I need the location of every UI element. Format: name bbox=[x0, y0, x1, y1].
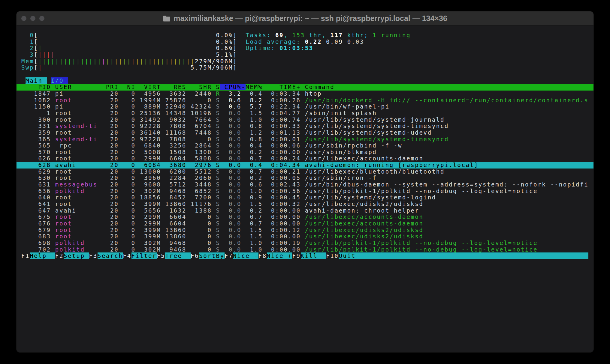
column-header-virt[interactable]: VIRT bbox=[136, 84, 161, 90]
fkey-f9[interactable]: F9 bbox=[292, 252, 300, 259]
column-header-pid[interactable]: PID bbox=[21, 84, 51, 90]
text-run bbox=[263, 220, 267, 227]
fkey-f2[interactable]: F2 bbox=[55, 252, 64, 259]
text-run bbox=[43, 64, 191, 71]
text-run bbox=[212, 213, 216, 220]
text-run bbox=[220, 168, 225, 175]
shr-cell: 3448 bbox=[186, 181, 212, 188]
process-row[interactable]: 675 root 20 0 299M 6604 0 S 0.0 0.7 0:00… bbox=[17, 214, 593, 220]
process-row[interactable]: 1 root 20 0 25136 14348 10196 S 0.0 1.5 … bbox=[17, 110, 593, 117]
process-row[interactable]: 630 root 20 0 3960 2284 2060 S 0.0 0.2 0… bbox=[17, 175, 593, 181]
fkey-f8[interactable]: F8 bbox=[258, 252, 267, 259]
fkey-label-f3[interactable]: Search bbox=[98, 252, 123, 259]
ni-cell: 0 bbox=[119, 213, 135, 220]
fkey-f5[interactable]: F5 bbox=[157, 252, 165, 259]
fkey-label-f10[interactable]: Quit bbox=[339, 252, 364, 259]
time-cell: 0:00.00 bbox=[267, 213, 301, 220]
mem-cell: 1.5 bbox=[246, 110, 262, 116]
fkey-label-f5[interactable]: Tree bbox=[165, 252, 191, 259]
text-run bbox=[301, 188, 305, 194]
ni-cell: 0 bbox=[119, 103, 135, 110]
text-run bbox=[237, 45, 246, 51]
column-header-mem[interactable]: MEM% bbox=[246, 84, 262, 90]
process-row[interactable]: 631 messagebus 20 0 9608 5712 3448 S 0.0… bbox=[17, 181, 593, 188]
process-row[interactable]: 698 polkitd 20 0 302M 9468 0 S 0.0 1.0 0… bbox=[17, 240, 593, 246]
pid-cell: 628 bbox=[21, 162, 51, 168]
fkey-label-f7[interactable]: Nice - bbox=[233, 252, 258, 259]
res-cell: 7808 bbox=[161, 123, 186, 129]
text-run bbox=[241, 110, 246, 116]
process-row[interactable]: 676 root 20 0 299M 6604 0 S 0.0 0.7 0:00… bbox=[17, 220, 593, 227]
process-row[interactable]: 1082 root 20 0 1994M 75876 0 S 0.6 8.2 0… bbox=[17, 97, 593, 104]
process-row[interactable]: 702 polkitd 20 0 302M 9468 0 S 0.0 1.0 0… bbox=[17, 246, 593, 253]
process-row[interactable]: 636 polkitd 20 0 302M 9468 6852 S 0.0 1.… bbox=[17, 188, 593, 195]
column-header-shr[interactable]: SHR bbox=[186, 84, 212, 90]
command-cell: /sbin/init splash bbox=[305, 110, 377, 116]
text-run bbox=[220, 136, 225, 142]
text-run bbox=[212, 149, 216, 155]
process-row[interactable]: 365 systemd-ti 20 0 92228 7808 0 S 0.0 0… bbox=[17, 136, 593, 143]
fkey-label-f8[interactable]: Nice + bbox=[267, 252, 292, 259]
tab-io[interactable]: I/O bbox=[51, 77, 68, 84]
text-run bbox=[38, 38, 216, 45]
process-row[interactable]: 628 avahi 20 0 6084 3680 2976 S 0.0 0.4 … bbox=[17, 162, 593, 169]
fkey-label-f4[interactable]: Filter bbox=[131, 252, 157, 259]
user-cell: pi bbox=[55, 103, 98, 110]
time-cell: 0:22.34 bbox=[267, 103, 301, 110]
process-row[interactable]: 565 _rpc 20 0 6840 3256 2864 S 0.0 0.4 0… bbox=[17, 142, 593, 149]
meter-label: 2 bbox=[21, 45, 34, 51]
fkey-f6[interactable]: F6 bbox=[191, 252, 199, 259]
process-row[interactable]: 629 root 20 0 13000 6200 5512 S 0.0 0.7 … bbox=[17, 169, 593, 175]
shr-cell: 0 bbox=[186, 227, 212, 233]
process-row[interactable]: 683 root 20 0 399M 13860 0 S 0.0 1.5 0:0… bbox=[17, 233, 593, 240]
ni-cell: 0 bbox=[119, 90, 135, 97]
column-header-pri[interactable]: PRI bbox=[98, 84, 119, 90]
fkey-label-f2[interactable]: Setup bbox=[64, 252, 89, 259]
column-header-state[interactable]: S bbox=[216, 84, 220, 90]
pri-cell: 20 bbox=[98, 103, 119, 110]
text-run bbox=[241, 233, 246, 240]
fkey-label-f9[interactable]: Kill bbox=[301, 252, 326, 259]
process-row[interactable]: 1150 pi 20 0 889M 52940 42324 S 0.6 5.7 … bbox=[17, 103, 593, 110]
zoom-button[interactable] bbox=[39, 16, 44, 21]
process-row[interactable]: 1847 pi 20 0 4956 3632 2440 R 3.2 0.4 0:… bbox=[17, 91, 593, 97]
process-row[interactable]: 679 root 20 0 399M 13860 0 S 0.0 1.5 0:0… bbox=[17, 227, 593, 234]
text-run bbox=[220, 97, 225, 103]
fkey-f1[interactable]: F1 bbox=[21, 252, 30, 259]
process-row[interactable]: 641 root 20 0 399M 13860 11176 S 0.0 1.5… bbox=[17, 201, 593, 207]
process-row[interactable]: 570 root 20 0 5008 1508 1300 S 0.0 0.2 0… bbox=[17, 149, 593, 156]
process-row[interactable]: 359 root 20 0 36140 11168 7448 S 0.0 1.2… bbox=[17, 130, 593, 136]
process-row[interactable]: 626 root 20 0 299M 6604 5808 S 0.0 0.7 0… bbox=[17, 155, 593, 162]
meter-bracket: [ bbox=[34, 38, 38, 45]
fkey-label-f6[interactable]: SortBy bbox=[199, 252, 225, 259]
column-header-time[interactable]: TIME+ bbox=[267, 84, 301, 90]
text-run bbox=[301, 103, 305, 110]
column-header-user[interactable]: USER bbox=[55, 84, 98, 90]
user-cell: root bbox=[55, 194, 98, 201]
tab-main[interactable]: Main bbox=[26, 77, 47, 84]
minimize-button[interactable] bbox=[30, 16, 35, 21]
process-row[interactable]: 300 root 20 0 31492 9032 7664 S 0.0 1.0 … bbox=[17, 117, 593, 123]
cpu-meter-0: 0[ 0.0%] Tasks: 69, 153 thr, 117 kthr; 1… bbox=[17, 32, 593, 39]
text-run bbox=[220, 142, 225, 149]
close-button[interactable] bbox=[21, 16, 26, 21]
fkey-f3[interactable]: F3 bbox=[89, 252, 98, 259]
column-header-res[interactable]: RES bbox=[161, 84, 186, 90]
fkey-f10[interactable]: F10 bbox=[326, 252, 339, 259]
fkey-label-f1[interactable]: Help bbox=[30, 252, 55, 259]
pid-cell: 676 bbox=[21, 220, 51, 227]
meter-bracket: [ bbox=[34, 51, 38, 58]
text-run bbox=[51, 194, 55, 201]
res-cell: 2284 bbox=[161, 175, 186, 181]
fkey-f7[interactable]: F7 bbox=[225, 252, 233, 259]
process-row[interactable]: 640 root 20 0 18856 8452 7200 S 0.0 0.9 … bbox=[17, 194, 593, 201]
text-run bbox=[212, 155, 216, 162]
process-row[interactable]: 331 systemd-ti 20 0 92228 7808 6704 S 0.… bbox=[17, 123, 593, 130]
column-header-cpu-sorted[interactable]: CPU%- bbox=[220, 84, 246, 90]
column-header-command[interactable]: Command bbox=[305, 84, 335, 90]
text-run bbox=[220, 181, 225, 188]
process-row[interactable]: 647 avahi 20 0 5656 1632 1388 S 0.0 0.2 … bbox=[17, 207, 593, 214]
command-cell: /usr/libexec/bluetooth/bluetoothd bbox=[305, 168, 445, 175]
column-header-ni[interactable]: NI bbox=[119, 84, 135, 90]
fkey-f4[interactable]: F4 bbox=[123, 252, 131, 259]
